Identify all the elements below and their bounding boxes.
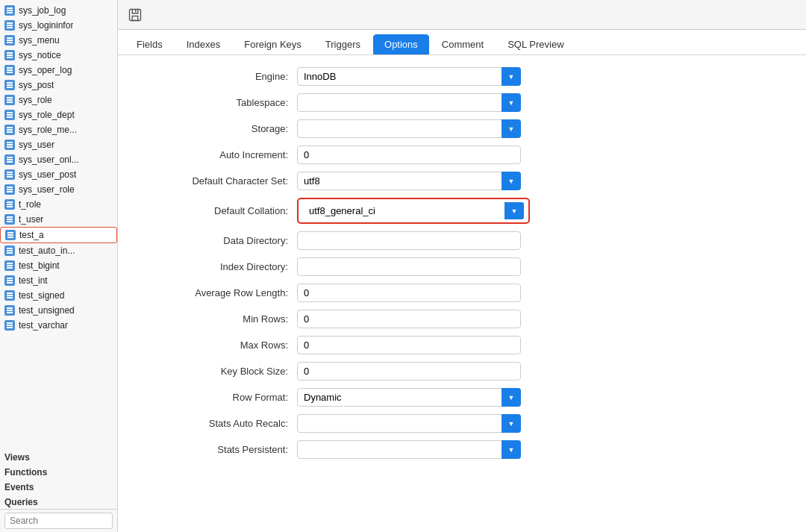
svg-rect-49 (7, 250, 13, 251)
sidebar-item-label: sys_role_me... (19, 125, 77, 135)
form-select-wrapper (297, 440, 521, 459)
svg-rect-20 (7, 101, 13, 103)
sidebar-item-sys-oper-log[interactable]: sys_oper_log (0, 63, 117, 78)
form-select-storage-[interactable] (297, 119, 521, 138)
sidebar-item-label: test_bigint (19, 260, 60, 271)
table-icon (5, 230, 16, 240)
svg-rect-0 (7, 7, 13, 9)
sidebar-section-views: Views (0, 449, 117, 464)
svg-rect-11 (7, 57, 13, 58)
svg-rect-39 (7, 201, 13, 203)
sidebar-item-label: t_user (19, 214, 43, 225)
form-select-tablespace-[interactable] (297, 93, 521, 112)
sidebar-item-test-bigint[interactable]: test_bigint (0, 258, 117, 273)
sidebar-item-label: sys_menu (19, 35, 60, 46)
form-select-engine-[interactable]: InnoDBMyISAMMEMORYCSV (297, 67, 521, 86)
sidebar-item-sys-notice[interactable]: sys_notice (0, 48, 117, 63)
sidebar-section-queries: Queries (0, 494, 117, 509)
form-select-stats-persistent-[interactable] (297, 440, 521, 459)
sidebar-section-events: Events (0, 479, 117, 494)
table-icon (4, 184, 15, 195)
form-label: Min Rows: (148, 313, 297, 325)
svg-rect-14 (7, 72, 13, 73)
form-select-stats-auto-recalc-[interactable] (297, 414, 521, 433)
sidebar-item-label: sys_post (19, 80, 54, 90)
sidebar-item-sys-user-role[interactable]: sys_user_role (0, 182, 117, 197)
sidebar-item-test-auto-in---[interactable]: test_auto_in... (0, 243, 117, 258)
sidebar-item-sys-role[interactable]: sys_role (0, 93, 117, 107)
form-input-auto-increment-[interactable] (297, 145, 521, 164)
form-select-default-collation-[interactable]: utf8_general_ciutf8_unicode_ciutf8mb4_ge… (303, 202, 524, 219)
svg-rect-45 (7, 232, 13, 234)
svg-rect-9 (7, 52, 13, 54)
save-button[interactable] (124, 5, 146, 25)
form-row-auto-increment-: Auto Increment: (148, 145, 776, 164)
table-icon (4, 245, 15, 256)
tab-fields[interactable]: Fields (125, 34, 174, 54)
svg-rect-57 (7, 292, 13, 294)
form-label: Stats Persistent: (148, 444, 297, 455)
svg-rect-43 (7, 219, 13, 220)
form-input-min-rows-[interactable] (297, 310, 521, 328)
tab-foreign-keys[interactable]: Foreign Keys (233, 34, 313, 54)
sidebar-item-test-signed[interactable]: test_signed (0, 288, 117, 303)
sidebar-item-sys-user-post[interactable]: sys_user_post (0, 167, 117, 182)
svg-rect-56 (7, 282, 13, 284)
form-input-average-row-length-[interactable] (297, 284, 521, 302)
form-input-wrapper (297, 284, 521, 302)
sidebar-item-test-varchar[interactable]: test_varchar (0, 318, 117, 333)
form-input-data-directory-[interactable] (297, 231, 521, 250)
floppy-disk-icon (128, 8, 142, 22)
form-input-max-rows-[interactable] (297, 336, 521, 354)
sidebar-item-label: test_signed (19, 290, 64, 301)
select-inner-wrapper (297, 440, 521, 459)
sidebar-item-test-int[interactable]: test_int (0, 273, 117, 288)
svg-rect-40 (7, 204, 13, 205)
sidebar-item-sys-user[interactable]: sys_user (0, 137, 117, 152)
sidebar-item-label: t_role (19, 199, 41, 210)
form-label: Auto Increment: (148, 149, 297, 160)
tab-comment[interactable]: Comment (431, 34, 495, 54)
svg-rect-47 (7, 237, 13, 238)
form-row-engine-: Engine:InnoDBMyISAMMEMORYCSV (148, 67, 776, 86)
form-input-wrapper (297, 362, 521, 381)
sidebar-item-sys-job-log[interactable]: sys_job_log (0, 3, 117, 18)
sidebar-item-test-unsigned[interactable]: test_unsigned (0, 303, 117, 318)
svg-rect-32 (7, 161, 13, 163)
tab-sql-preview[interactable]: SQL Preview (496, 34, 575, 54)
sidebar-item-sys-menu[interactable]: sys_menu (0, 33, 117, 48)
table-icon (4, 214, 15, 225)
svg-rect-64 (7, 325, 13, 326)
search-input[interactable] (4, 513, 113, 529)
form-input-key-block-size-[interactable] (297, 362, 521, 381)
tab-triggers[interactable]: Triggers (314, 34, 372, 54)
svg-rect-31 (7, 159, 13, 160)
form-label: Data Directory: (148, 235, 297, 246)
form-row-min-rows-: Min Rows: (148, 310, 776, 328)
form-input-index-directory-[interactable] (297, 257, 521, 276)
sidebar-item-test-a[interactable]: test_a (0, 227, 117, 243)
sidebar-item-label: test_unsigned (19, 305, 75, 316)
form-select-default-character-set-[interactable]: utf8utf8mb4latin1 (297, 172, 521, 190)
sidebar-item-sys-role-dept[interactable]: sys_role_dept (0, 107, 117, 122)
sidebar-item-sys-logininfor[interactable]: sys_logininfor (0, 18, 117, 33)
form-row-tablespace-: Tablespace: (148, 93, 776, 112)
sidebar-item-t-user[interactable]: t_user (0, 212, 117, 227)
select-wrapper: utf8_general_ciutf8_unicode_ciutf8mb4_ge… (303, 202, 524, 219)
form-row-default-collation-: Default Collation:utf8_general_ciutf8_un… (148, 198, 776, 224)
table-icon (4, 320, 15, 331)
sidebar-item-sys-user-onl---[interactable]: sys_user_onl... (0, 152, 117, 167)
form-select-row-format-[interactable]: DynamicCompactFixedCompressed (297, 388, 521, 407)
tab-options[interactable]: Options (373, 34, 429, 54)
table-icon (4, 110, 15, 120)
sidebar-item-sys-role-me---[interactable]: sys_role_me... (0, 122, 117, 137)
svg-rect-35 (7, 176, 13, 178)
form-input-wrapper (297, 231, 521, 250)
svg-rect-50 (7, 252, 13, 254)
sidebar-item-label: sys_notice (19, 50, 61, 60)
tab-indexes[interactable]: Indexes (175, 34, 232, 54)
table-icon (4, 95, 15, 105)
sidebar-item-label: sys_user_role (19, 184, 75, 195)
sidebar-item-sys-post[interactable]: sys_post (0, 78, 117, 93)
sidebar-item-t-role[interactable]: t_role (0, 197, 117, 212)
